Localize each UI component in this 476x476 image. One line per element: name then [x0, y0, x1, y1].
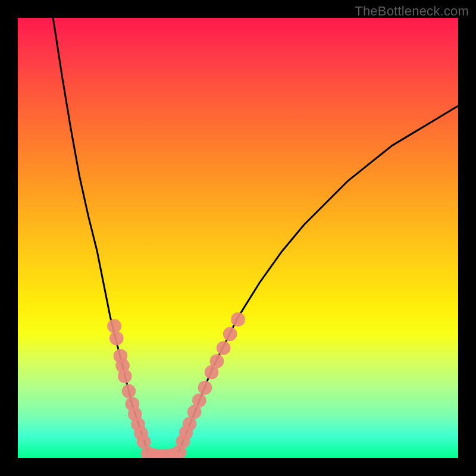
svg-point-21 — [192, 393, 206, 408]
scatter-points — [107, 312, 245, 458]
plot-area — [18, 18, 458, 458]
svg-point-24 — [210, 354, 224, 368]
svg-point-11 — [122, 384, 136, 399]
curve-right-branch — [176, 106, 458, 458]
svg-point-25 — [217, 341, 231, 355]
svg-point-7 — [109, 331, 124, 346]
svg-point-6 — [107, 319, 121, 333]
svg-point-10 — [118, 369, 132, 384]
svg-point-16 — [137, 435, 151, 449]
watermark-text: TheBottleneck.com — [355, 4, 469, 19]
svg-point-26 — [223, 327, 237, 341]
svg-point-27 — [231, 312, 245, 327]
chart-svg — [18, 18, 458, 458]
svg-point-22 — [198, 381, 212, 395]
